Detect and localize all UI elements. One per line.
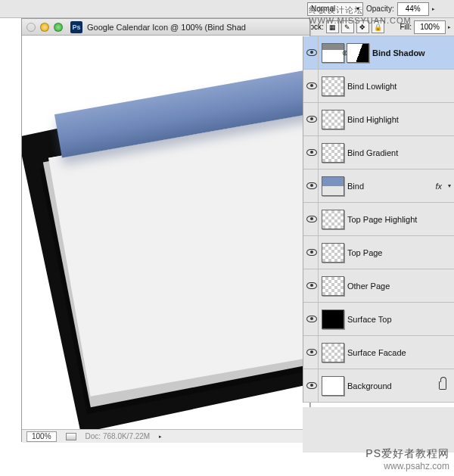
panel-empty-area [303, 407, 454, 453]
lock-all-button[interactable]: 🔒 [372, 20, 384, 33]
layer-name-label[interactable]: Bind [347, 182, 364, 191]
art-top-page [48, 110, 309, 397]
layers-option-bar: Normal ▾ Opacity: 44% ▸ [0, 0, 454, 18]
layer-row[interactable]: Background [303, 369, 454, 403]
zoom-input[interactable]: 100% [26, 431, 57, 442]
eye-icon [306, 316, 317, 322]
lock-image-button[interactable]: ✎ [341, 20, 354, 33]
eye-icon [306, 182, 317, 189]
layer-thumbnail[interactable] [322, 243, 344, 263]
layer-thumbnail[interactable] [322, 176, 344, 196]
layer-thumbnails [322, 310, 344, 329]
layer-visibility-toggle[interactable] [305, 136, 319, 170]
fill-value: 100% [420, 23, 440, 31]
layer-thumbnails [322, 76, 344, 96]
watermark-line2: www.psahz.com [365, 461, 449, 471]
document-status-bar: 100% Doc: 768.0K/7.22M ▸ [22, 429, 309, 443]
doc-size-label: Doc: 768.0K/7.22M [86, 432, 151, 440]
layer-thumbnails [322, 210, 344, 229]
window-minimize-button[interactable] [40, 23, 49, 32]
layer-visibility-toggle[interactable] [305, 269, 319, 303]
document-canvas[interactable] [22, 36, 309, 429]
lock-position-button[interactable]: ✥ [356, 20, 369, 33]
blend-mode-select[interactable]: Normal ▾ [307, 2, 363, 16]
layer-row[interactable]: Top Page Highlight [303, 203, 454, 236]
layer-name-label[interactable]: Bind Lowlight [347, 82, 396, 91]
layer-thumbnail[interactable] [322, 76, 344, 96]
eye-icon [306, 382, 317, 389]
layer-visibility-toggle[interactable] [305, 170, 319, 203]
chevron-down-icon: ▾ [356, 5, 359, 12]
zoom-value: 100% [32, 432, 51, 440]
layer-thumbnails [322, 143, 344, 163]
layer-mask-thumbnail[interactable] [347, 43, 369, 63]
fill-input[interactable]: 100% [414, 20, 446, 34]
status-menu-icon[interactable]: ▸ [159, 434, 162, 440]
eye-icon [306, 216, 317, 222]
layer-name-label[interactable]: Surface Facade [347, 348, 406, 357]
eye-icon [306, 349, 317, 356]
layer-visibility-toggle[interactable] [305, 236, 319, 269]
opacity-flyout-icon[interactable]: ▸ [432, 6, 435, 12]
layer-name-label[interactable]: Surface Top [347, 315, 392, 324]
eye-icon [306, 116, 317, 123]
fill-label: Fill: [400, 23, 412, 31]
layer-name-label[interactable]: Bind Gradient [347, 148, 398, 157]
layer-row[interactable]: Bind Highlight [303, 103, 454, 136]
layer-row[interactable]: ⦿Bind Shadow [303, 36, 454, 70]
layer-thumbnails [322, 243, 344, 263]
layer-thumbnail[interactable] [322, 343, 344, 362]
layer-row[interactable]: Top Page [303, 236, 454, 269]
lock-transparency-button[interactable]: ▦ [326, 20, 339, 33]
layer-name-label[interactable]: Bind Highlight [347, 115, 399, 124]
document-title: Google Calendar Icon @ 100% (Bind Shad [87, 23, 246, 32]
layer-name-label[interactable]: Other Page [347, 282, 390, 291]
layer-row[interactable]: Bindfx▾ [303, 170, 454, 203]
layer-name-label[interactable]: Background [347, 381, 392, 390]
hscroll-left-icon[interactable] [66, 433, 76, 440]
layer-thumbnail[interactable] [322, 210, 344, 229]
opacity-input[interactable]: 44% [397, 2, 429, 16]
window-close-button[interactable] [26, 23, 36, 32]
opacity-label: Opacity: [366, 5, 394, 13]
layer-thumbnails [322, 376, 344, 396]
layer-visibility-toggle[interactable] [305, 36, 319, 70]
layer-visibility-toggle[interactable] [305, 303, 319, 336]
layer-thumbnails [322, 110, 344, 129]
layer-thumbnail[interactable] [322, 276, 344, 296]
layer-thumbnails: ⦿ [322, 43, 369, 63]
layers-panel: ⦿Bind ShadowBind LowlightBind HighlightB… [303, 36, 454, 403]
window-zoom-button[interactable] [54, 23, 63, 32]
layer-visibility-toggle[interactable] [305, 70, 319, 103]
layer-row[interactable]: Bind Lowlight [303, 70, 454, 103]
eye-icon [306, 82, 317, 89]
layer-thumbnail[interactable]: ⦿ [322, 43, 344, 63]
layer-name-label[interactable]: Top Page Highlight [347, 215, 417, 224]
layer-visibility-toggle[interactable] [305, 369, 319, 403]
layer-row[interactable]: Surface Facade [303, 336, 454, 369]
eye-icon [306, 282, 317, 289]
layer-thumbnail[interactable] [322, 110, 344, 129]
document-titlebar[interactable]: Ps Google Calendar Icon @ 100% (Bind Sha… [22, 19, 309, 36]
layer-thumbnail[interactable] [322, 143, 344, 163]
opacity-value: 44% [406, 5, 421, 13]
fill-flyout-icon[interactable]: ▸ [448, 24, 451, 30]
layer-thumbnail[interactable] [322, 310, 344, 329]
lock-icon [439, 381, 446, 390]
layer-thumbnails [322, 176, 344, 196]
layer-row[interactable]: Bind Gradient [303, 136, 454, 170]
layer-visibility-toggle[interactable] [305, 336, 319, 369]
layer-fx-badge[interactable]: fx [435, 182, 442, 191]
layer-row[interactable]: Other Page [303, 269, 454, 303]
layer-visibility-toggle[interactable] [305, 103, 319, 136]
eye-icon [306, 149, 317, 156]
layer-name-label[interactable]: Bind Shadow [372, 48, 425, 58]
eye-icon [306, 249, 317, 256]
layer-thumbnails [322, 276, 344, 296]
layer-name-label[interactable]: Top Page [347, 248, 382, 257]
lock-fill-bar: Lock: ▦ ✎ ✥ 🔒 Fill: 100% ▸ [303, 18, 454, 36]
layer-visibility-toggle[interactable] [305, 203, 319, 236]
layer-row[interactable]: Surface Top [303, 303, 454, 336]
layer-thumbnail[interactable] [322, 376, 344, 396]
fx-expand-icon[interactable]: ▾ [448, 182, 451, 189]
